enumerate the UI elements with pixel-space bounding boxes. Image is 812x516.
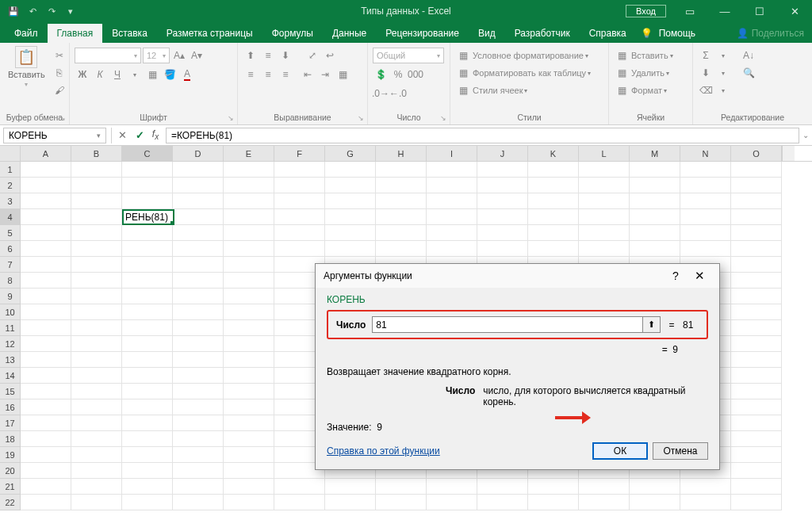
row-header[interactable]: 4 [0,209,21,225]
col-header[interactable]: J [477,146,528,161]
cell[interactable] [122,479,173,495]
tab-file[interactable]: Файл [5,24,48,43]
cell[interactable] [477,495,528,510]
tell-me-input[interactable]: Помощь [657,24,705,43]
dialog-launcher-icon[interactable]: ↘ [356,113,366,123]
cell[interactable] [680,495,731,510]
help-icon[interactable]: ? [664,269,688,282]
cell[interactable] [528,178,579,193]
cell[interactable] [122,384,173,399]
row-header[interactable]: 19 [0,447,21,463]
cell[interactable] [21,257,71,273]
cell[interactable] [173,368,224,384]
cell[interactable] [71,384,122,399]
row-header[interactable]: 20 [0,463,21,479]
cell[interactable] [173,193,224,209]
cell[interactable] [680,479,731,495]
cell[interactable] [21,273,71,289]
dialog-titlebar[interactable]: Аргументы функции ? ✕ [316,264,719,288]
cell[interactable] [173,447,224,463]
cell[interactable] [173,178,224,193]
autosum-icon[interactable]: Σ [698,48,714,63]
cell[interactable] [21,178,71,193]
cell[interactable] [579,162,630,178]
select-all-corner[interactable] [0,146,21,161]
conditional-formatting-button[interactable]: ▦Условное форматирование▾ [455,48,588,63]
clear-icon[interactable]: ⌫ [698,82,714,98]
cell[interactable] [21,162,71,178]
argument-input[interactable] [373,317,642,332]
cell[interactable] [21,304,71,320]
row-header[interactable]: 10 [0,304,21,320]
cell[interactable] [122,463,173,479]
ribbon-display-icon[interactable]: ▭ [672,0,707,22]
cell[interactable] [122,193,173,209]
col-header[interactable]: L [579,146,630,161]
cell[interactable] [376,209,427,225]
cell[interactable] [122,241,173,257]
cell[interactable] [630,241,680,257]
cell[interactable] [224,431,274,447]
cell[interactable] [173,384,224,399]
fx-icon[interactable]: fx [148,128,166,143]
cell[interactable] [427,479,477,495]
cell[interactable] [680,178,731,193]
cell[interactable] [71,368,122,384]
row-header[interactable]: 2 [0,178,21,193]
cell[interactable] [274,241,325,257]
cell[interactable] [224,225,274,241]
font-name-combo[interactable]: ▾ [75,48,141,63]
minimize-icon[interactable]: — [707,0,742,22]
format-cells-button[interactable]: ▦Формат▾ [614,82,667,98]
chevron-down-icon[interactable]: ▾ [715,82,731,98]
cell[interactable] [71,273,122,289]
cell[interactable] [224,162,274,178]
cut-icon[interactable]: ✂ [52,48,67,63]
cell[interactable] [325,479,376,495]
cell[interactable] [477,209,528,225]
col-header[interactable]: D [173,146,224,161]
cell[interactable] [224,368,274,384]
tab-review[interactable]: Рецензирование [376,24,469,43]
cell[interactable] [122,273,173,289]
cell[interactable] [122,447,173,463]
cell[interactable] [731,162,782,178]
cell[interactable] [376,479,427,495]
cell[interactable] [325,178,376,193]
cell[interactable] [173,336,224,352]
row-header[interactable]: 16 [0,399,21,415]
tab-help[interactable]: Справка [580,24,636,43]
cell[interactable] [21,209,71,225]
merge-icon[interactable]: ▦ [335,67,350,82]
cell[interactable] [21,447,71,463]
close-window-icon[interactable]: ✕ [777,0,812,22]
tab-formulas[interactable]: Формулы [262,24,323,43]
cell[interactable] [71,241,122,257]
cell[interactable] [376,178,427,193]
cell[interactable] [122,320,173,336]
cell[interactable] [579,495,630,510]
percent-icon[interactable]: % [390,67,406,82]
cell[interactable] [731,241,782,257]
comma-icon[interactable]: 000 [408,67,423,82]
cell[interactable] [630,162,680,178]
cell[interactable] [71,225,122,241]
cell[interactable] [21,495,71,510]
cell[interactable] [376,495,427,510]
tab-home[interactable]: Главная [48,24,103,43]
row-header[interactable]: 7 [0,257,21,273]
cell[interactable] [224,289,274,304]
cell[interactable] [21,193,71,209]
decrease-font-icon[interactable]: A▾ [189,48,205,63]
ok-button[interactable]: ОК [592,442,648,460]
cell[interactable] [427,178,477,193]
cell[interactable] [21,352,71,368]
cell[interactable] [122,368,173,384]
cell[interactable] [731,257,782,273]
cell[interactable] [21,241,71,257]
cell[interactable] [122,178,173,193]
close-icon[interactable]: ✕ [688,269,711,283]
cell[interactable] [173,399,224,415]
cell[interactable] [21,384,71,399]
cell[interactable] [731,193,782,209]
